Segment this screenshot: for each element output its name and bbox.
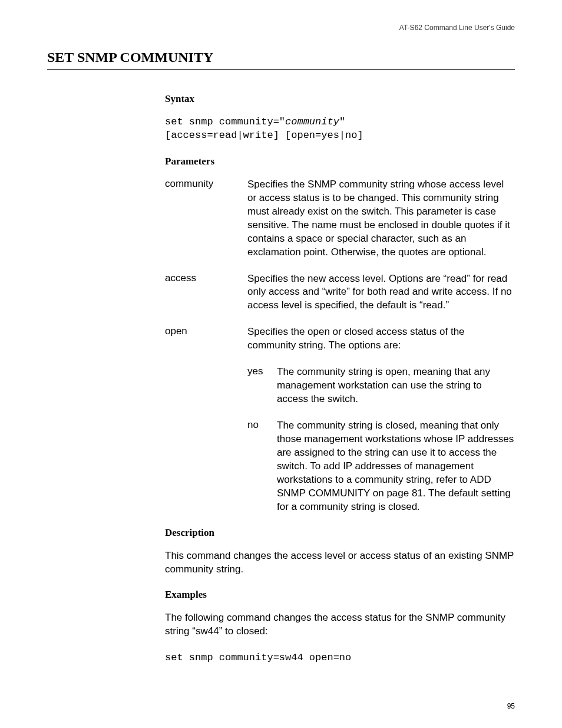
description-heading: Description	[165, 527, 515, 539]
param-row: community Specifies the SNMP community s…	[165, 178, 515, 259]
page-number: 95	[507, 702, 515, 710]
parameters-table: community Specifies the SNMP community s…	[165, 178, 515, 353]
option-row: no The community string is closed, meani…	[247, 419, 515, 514]
param-name: community	[165, 178, 247, 259]
parameters-heading: Parameters	[165, 156, 515, 167]
description-text: This command changes the access level or…	[165, 549, 515, 577]
param-name: open	[165, 325, 247, 353]
syntax-line1-post: "	[339, 116, 345, 127]
syntax-line1-italic: community	[285, 116, 339, 127]
option-desc: The community string is open, meaning th…	[277, 365, 515, 406]
content-area: Syntax set snmp community="community" [a…	[165, 93, 515, 665]
open-options-table: yes The community string is open, meanin…	[247, 365, 515, 513]
page-title: SET SNMP COMMUNITY	[47, 50, 515, 70]
examples-code: set snmp community=sw44 open=no	[165, 651, 515, 665]
param-row: access Specifies the new access level. O…	[165, 272, 515, 313]
syntax-block: set snmp community="community" [access=r…	[165, 116, 515, 143]
option-desc: The community string is closed, meaning …	[277, 419, 515, 514]
param-desc: Specifies the open or closed access stat…	[247, 325, 515, 353]
param-name: access	[165, 272, 247, 313]
syntax-heading: Syntax	[165, 93, 515, 105]
examples-heading: Examples	[165, 589, 515, 601]
param-desc: Specifies the new access level. Options …	[247, 272, 515, 313]
syntax-line2: [access=read|write] [open=yes|no]	[165, 130, 363, 141]
syntax-line1-pre: set snmp community="	[165, 116, 285, 127]
header-guide-title: AT-S62 Command Line User's Guide	[47, 24, 515, 32]
option-row: yes The community string is open, meanin…	[247, 365, 515, 406]
param-row: open Specifies the open or closed access…	[165, 325, 515, 353]
option-name: no	[247, 419, 277, 514]
option-name: yes	[247, 365, 277, 406]
param-desc: Specifies the SNMP community string whos…	[247, 178, 515, 259]
examples-intro: The following command changes the access…	[165, 611, 515, 638]
